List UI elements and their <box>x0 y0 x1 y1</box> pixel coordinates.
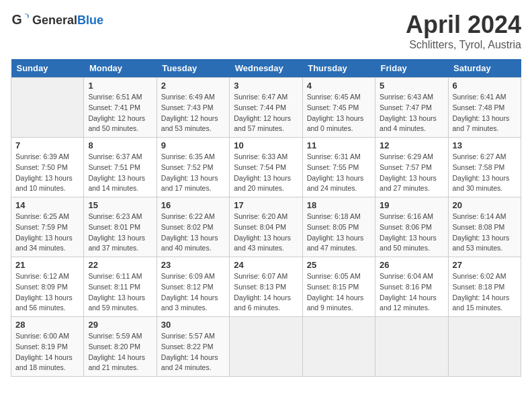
header-day-sunday: Sunday <box>11 59 84 78</box>
calendar-cell: 7Sunrise: 6:39 AM Sunset: 7:50 PM Daylig… <box>11 138 84 197</box>
header-day-monday: Monday <box>84 59 157 78</box>
day-number: 18 <box>307 200 371 210</box>
calendar-cell: 6Sunrise: 6:41 AM Sunset: 7:48 PM Daylig… <box>448 78 521 138</box>
calendar-table: SundayMondayTuesdayWednesdayThursdayFrid… <box>11 59 521 377</box>
day-number: 25 <box>307 260 371 270</box>
day-info: Sunrise: 6:27 AM Sunset: 7:58 PM Dayligh… <box>453 152 517 194</box>
calendar-week-3: 14Sunrise: 6:25 AM Sunset: 7:59 PM Dayli… <box>11 197 521 257</box>
day-number: 24 <box>234 260 298 270</box>
calendar-cell: 1Sunrise: 6:51 AM Sunset: 7:41 PM Daylig… <box>84 78 157 138</box>
day-number: 13 <box>453 140 517 150</box>
day-info: Sunrise: 6:35 AM Sunset: 7:52 PM Dayligh… <box>161 152 225 194</box>
day-number: 22 <box>88 260 152 270</box>
day-info: Sunrise: 6:51 AM Sunset: 7:41 PM Dayligh… <box>88 92 152 134</box>
day-number: 12 <box>380 140 443 150</box>
subtitle: Schlitters, Tyrol, Austria <box>406 39 521 51</box>
calendar-cell: 12Sunrise: 6:29 AM Sunset: 7:57 PM Dayli… <box>375 138 448 197</box>
day-info: Sunrise: 6:14 AM Sunset: 8:08 PM Dayligh… <box>453 212 517 254</box>
calendar-cell: 19Sunrise: 6:16 AM Sunset: 8:06 PM Dayli… <box>375 197 448 257</box>
header-day-tuesday: Tuesday <box>157 59 229 78</box>
day-number: 3 <box>234 81 298 91</box>
calendar-cell <box>375 317 448 377</box>
day-number: 28 <box>15 320 79 330</box>
calendar-cell: 2Sunrise: 6:49 AM Sunset: 7:43 PM Daylig… <box>157 78 229 138</box>
day-number: 19 <box>380 200 443 210</box>
calendar-week-4: 21Sunrise: 6:12 AM Sunset: 8:09 PM Dayli… <box>11 257 521 317</box>
calendar-cell: 5Sunrise: 6:43 AM Sunset: 7:47 PM Daylig… <box>375 78 448 138</box>
calendar-cell: 11Sunrise: 6:31 AM Sunset: 7:55 PM Dayli… <box>302 138 375 197</box>
day-number: 7 <box>15 140 79 150</box>
header-day-wednesday: Wednesday <box>230 59 302 78</box>
calendar-cell: 22Sunrise: 6:11 AM Sunset: 8:11 PM Dayli… <box>84 257 157 317</box>
header-day-saturday: Saturday <box>448 59 521 78</box>
calendar-week-5: 28Sunrise: 6:00 AM Sunset: 8:19 PM Dayli… <box>11 317 521 377</box>
calendar-cell: 15Sunrise: 6:23 AM Sunset: 8:01 PM Dayli… <box>84 197 157 257</box>
title-block: April 2024 Schlitters, Tyrol, Austria <box>406 11 521 51</box>
calendar-cell: 28Sunrise: 6:00 AM Sunset: 8:19 PM Dayli… <box>11 317 84 377</box>
calendar-cell: 21Sunrise: 6:12 AM Sunset: 8:09 PM Dayli… <box>11 257 84 317</box>
calendar-cell: 17Sunrise: 6:20 AM Sunset: 8:04 PM Dayli… <box>230 197 302 257</box>
calendar-cell: 9Sunrise: 6:35 AM Sunset: 7:52 PM Daylig… <box>157 138 229 197</box>
calendar-cell: 4Sunrise: 6:45 AM Sunset: 7:45 PM Daylig… <box>302 78 375 138</box>
calendar-cell: 18Sunrise: 6:18 AM Sunset: 8:05 PM Dayli… <box>302 197 375 257</box>
calendar-cell: 20Sunrise: 6:14 AM Sunset: 8:08 PM Dayli… <box>448 197 521 257</box>
day-number: 15 <box>88 200 152 210</box>
calendar-cell: 26Sunrise: 6:04 AM Sunset: 8:16 PM Dayli… <box>375 257 448 317</box>
day-number: 21 <box>15 260 79 270</box>
svg-text:G: G <box>11 12 21 27</box>
day-info: Sunrise: 6:02 AM Sunset: 8:18 PM Dayligh… <box>453 271 517 314</box>
day-number: 1 <box>88 81 152 91</box>
day-number: 16 <box>161 200 225 210</box>
day-info: Sunrise: 6:09 AM Sunset: 8:12 PM Dayligh… <box>161 271 225 314</box>
day-number: 4 <box>307 81 371 91</box>
day-info: Sunrise: 6:33 AM Sunset: 7:54 PM Dayligh… <box>234 152 298 194</box>
day-number: 27 <box>453 260 517 270</box>
page-header: G GeneralBlue April 2024 Schlitters, Tyr… <box>11 11 521 51</box>
day-number: 9 <box>161 140 225 150</box>
calendar-cell: 16Sunrise: 6:22 AM Sunset: 8:02 PM Dayli… <box>157 197 229 257</box>
day-info: Sunrise: 6:43 AM Sunset: 7:47 PM Dayligh… <box>380 92 443 134</box>
day-number: 26 <box>380 260 443 270</box>
day-info: Sunrise: 6:22 AM Sunset: 8:02 PM Dayligh… <box>161 212 225 254</box>
day-number: 10 <box>234 140 298 150</box>
day-info: Sunrise: 6:04 AM Sunset: 8:16 PM Dayligh… <box>380 271 443 314</box>
day-info: Sunrise: 6:39 AM Sunset: 7:50 PM Dayligh… <box>15 152 79 194</box>
calendar-cell: 27Sunrise: 6:02 AM Sunset: 8:18 PM Dayli… <box>448 257 521 317</box>
calendar-cell: 29Sunrise: 5:59 AM Sunset: 8:20 PM Dayli… <box>84 317 157 377</box>
calendar-cell <box>448 317 521 377</box>
day-number: 29 <box>88 320 152 330</box>
day-info: Sunrise: 6:29 AM Sunset: 7:57 PM Dayligh… <box>380 152 443 194</box>
day-number: 8 <box>88 140 152 150</box>
calendar-cell: 30Sunrise: 5:57 AM Sunset: 8:22 PM Dayli… <box>157 317 229 377</box>
day-info: Sunrise: 6:12 AM Sunset: 8:09 PM Dayligh… <box>15 271 79 314</box>
calendar-cell <box>302 317 375 377</box>
logo-icon: G <box>11 11 30 30</box>
logo-text-blue: Blue <box>77 13 103 27</box>
calendar-cell: 3Sunrise: 6:47 AM Sunset: 7:44 PM Daylig… <box>230 78 302 138</box>
day-info: Sunrise: 6:00 AM Sunset: 8:19 PM Dayligh… <box>15 331 79 373</box>
calendar-cell: 14Sunrise: 6:25 AM Sunset: 7:59 PM Dayli… <box>11 197 84 257</box>
day-info: Sunrise: 6:18 AM Sunset: 8:05 PM Dayligh… <box>307 212 371 254</box>
day-info: Sunrise: 6:11 AM Sunset: 8:11 PM Dayligh… <box>88 271 152 314</box>
day-number: 2 <box>161 81 225 91</box>
day-number: 6 <box>453 81 517 91</box>
logo-text-general: General <box>32 13 77 27</box>
logo: G GeneralBlue <box>11 11 103 30</box>
main-title: April 2024 <box>406 11 521 39</box>
day-number: 20 <box>453 200 517 210</box>
header-day-friday: Friday <box>375 59 448 78</box>
day-info: Sunrise: 6:05 AM Sunset: 8:15 PM Dayligh… <box>307 271 371 314</box>
calendar-cell: 13Sunrise: 6:27 AM Sunset: 7:58 PM Dayli… <box>448 138 521 197</box>
calendar-header-row: SundayMondayTuesdayWednesdayThursdayFrid… <box>11 59 521 78</box>
day-number: 23 <box>161 260 225 270</box>
day-info: Sunrise: 6:49 AM Sunset: 7:43 PM Dayligh… <box>161 92 225 134</box>
day-number: 17 <box>234 200 298 210</box>
calendar-cell: 24Sunrise: 6:07 AM Sunset: 8:13 PM Dayli… <box>230 257 302 317</box>
day-info: Sunrise: 6:07 AM Sunset: 8:13 PM Dayligh… <box>234 271 298 314</box>
day-info: Sunrise: 5:59 AM Sunset: 8:20 PM Dayligh… <box>88 331 152 373</box>
calendar-cell: 25Sunrise: 6:05 AM Sunset: 8:15 PM Dayli… <box>302 257 375 317</box>
day-info: Sunrise: 6:31 AM Sunset: 7:55 PM Dayligh… <box>307 152 371 194</box>
day-info: Sunrise: 6:45 AM Sunset: 7:45 PM Dayligh… <box>307 92 371 134</box>
day-info: Sunrise: 6:37 AM Sunset: 7:51 PM Dayligh… <box>88 152 152 194</box>
day-info: Sunrise: 6:20 AM Sunset: 8:04 PM Dayligh… <box>234 212 298 254</box>
